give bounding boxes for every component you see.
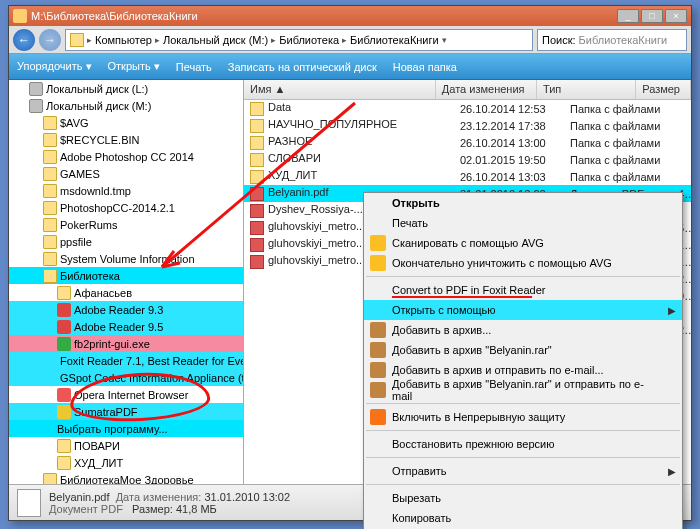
status-filename: Belyanin.pdf	[49, 491, 110, 503]
folder-icon	[57, 286, 71, 300]
shield-icon	[370, 409, 386, 425]
menu-item[interactable]: Сканировать с помощью AVG	[364, 233, 682, 253]
tree-item[interactable]: Библиотека	[9, 267, 243, 284]
back-button[interactable]: ←	[13, 29, 35, 51]
tree-item[interactable]: SumatraPDF	[9, 403, 243, 420]
tree-item[interactable]: $RECYCLE.BIN	[9, 131, 243, 148]
tree-item[interactable]: Локальный диск (L:)	[9, 80, 243, 97]
nav-tree[interactable]: Локальный диск (L:)Локальный диск (M:)$A…	[9, 80, 244, 484]
file-name: Belyanin.pdf	[268, 186, 329, 198]
file-date: 26.10.2014 13:03	[454, 171, 564, 183]
pdf-icon	[250, 187, 264, 201]
avg-icon	[370, 235, 386, 251]
address-bar: ← → ▸ Компьютер ▸ Локальный диск (M:) ▸ …	[9, 26, 691, 54]
file-date: 23.12.2014 17:38	[454, 120, 564, 132]
folder-icon	[250, 153, 264, 167]
avg-icon	[370, 255, 386, 271]
tree-item[interactable]: БиблиотекаМое Здоровье	[9, 471, 243, 484]
tree-item-label: fb2print-gui.exe	[74, 338, 150, 350]
file-row[interactable]: РАЗНОЕ26.10.2014 13:00Папка с файлами	[244, 134, 691, 151]
tree-item[interactable]: ХУД_ЛИТ	[9, 454, 243, 471]
menu-item[interactable]: Печать	[364, 213, 682, 233]
titlebar[interactable]: M:\Библиотека\БиблиотекаКниги _ □ ×	[9, 6, 691, 26]
menu-item[interactable]: Окончательно уничтожить с помощью AVG	[364, 253, 682, 273]
menu-item-label: Открыть с помощью	[392, 304, 496, 316]
file-row[interactable]: Data26.10.2014 12:53Папка с файлами	[244, 100, 691, 117]
tree-item[interactable]: GSpot Codec Information Appliance (tm)	[9, 369, 243, 386]
breadcrumb-item[interactable]: Локальный диск (M:)	[163, 34, 268, 46]
col-name[interactable]: Имя ▲	[244, 80, 436, 99]
new-folder-button[interactable]: Новая папка	[393, 61, 457, 73]
maximize-button[interactable]: □	[641, 9, 663, 23]
breadcrumb-item[interactable]: Компьютер	[95, 34, 152, 46]
tree-item[interactable]: GAMES	[9, 165, 243, 182]
menu-item[interactable]: Восстановить прежнюю версию	[364, 434, 682, 454]
menu-item[interactable]: Открыть	[364, 193, 682, 213]
context-menu[interactable]: ОткрытьПечатьСканировать с помощью AVGОк…	[363, 192, 683, 529]
app-icon	[57, 405, 71, 419]
close-button[interactable]: ×	[665, 9, 687, 23]
col-size[interactable]: Размер	[636, 80, 691, 99]
search-input[interactable]: Поиск: БиблиотекаКниги	[537, 29, 687, 51]
chevron-down-icon[interactable]: ▾	[442, 35, 447, 45]
menu-item-label: Сканировать с помощью AVG	[392, 237, 544, 249]
tree-item-label: Афанасьев	[74, 287, 132, 299]
tree-item[interactable]: Выбрать программу...	[9, 420, 243, 437]
menu-item[interactable]: Добавить в архив "Belyanin.rar" и отправ…	[364, 380, 682, 400]
print-button[interactable]: Печать	[176, 61, 212, 73]
file-type: Папка с файлами	[564, 103, 672, 115]
tree-item[interactable]: ppsfile	[9, 233, 243, 250]
tree-item[interactable]: Adobe Photoshop CC 2014	[9, 148, 243, 165]
minimize-button[interactable]: _	[617, 9, 639, 23]
menu-item[interactable]: Вырезать	[364, 488, 682, 508]
open-button[interactable]: Открыть ▾	[108, 60, 160, 73]
forward-button[interactable]: →	[39, 29, 61, 51]
menu-item-label: Включить в Непрерывную защиту	[392, 411, 565, 423]
tree-item-label: $AVG	[60, 117, 89, 129]
tree-item[interactable]: Foxit Reader 7.1, Best Reader for Everyd…	[9, 352, 243, 369]
tree-item[interactable]: PhotoshopCC-2014.2.1	[9, 199, 243, 216]
breadcrumb-item[interactable]: Библиотека	[279, 34, 339, 46]
tree-item[interactable]: Adobe Reader 9.5	[9, 318, 243, 335]
tree-item[interactable]: Афанасьев	[9, 284, 243, 301]
tree-item-label: ПОВАРИ	[74, 440, 120, 452]
tree-item[interactable]: ПОВАРИ	[9, 437, 243, 454]
toolbar: Упорядочить ▾ Открыть ▾ Печать Записать …	[9, 54, 691, 80]
breadcrumb-item[interactable]: БиблиотекаКниги	[350, 34, 439, 46]
menu-item[interactable]: Отправить▶	[364, 461, 682, 481]
folder-icon	[43, 201, 57, 215]
menu-item[interactable]: Добавить в архив и отправить по e-mail..…	[364, 360, 682, 380]
tree-item[interactable]: Adobe Reader 9.3	[9, 301, 243, 318]
file-type: Папка с файлами	[564, 154, 672, 166]
menu-item[interactable]: Открыть с помощью▶	[364, 300, 682, 320]
file-row[interactable]: СЛОВАРИ02.01.2015 19:50Папка с файлами	[244, 151, 691, 168]
file-row[interactable]: НАУЧНО_ПОПУЛЯРНОЕ23.12.2014 17:38Папка с…	[244, 117, 691, 134]
status-type: Документ PDF	[49, 503, 123, 515]
menu-item[interactable]: Добавить в архив...	[364, 320, 682, 340]
tree-item[interactable]: Локальный диск (M:)	[9, 97, 243, 114]
tree-item-label: Adobe Photoshop CC 2014	[60, 151, 194, 163]
tree-item[interactable]: PokerRums	[9, 216, 243, 233]
menu-item[interactable]: Копировать	[364, 508, 682, 528]
menu-item[interactable]: Convert to PDF in Foxit Reader	[364, 280, 682, 300]
tree-item[interactable]: $AVG	[9, 114, 243, 131]
pdf-icon	[250, 255, 264, 269]
tree-item[interactable]: fb2print-gui.exe	[9, 335, 243, 352]
menu-item[interactable]: Включить в Непрерывную защиту	[364, 407, 682, 427]
folder-icon	[250, 136, 264, 150]
tree-item[interactable]: msdownld.tmp	[9, 182, 243, 199]
file-thumbnail	[17, 489, 41, 517]
menu-separator	[366, 430, 680, 431]
tree-item[interactable]: Opera Internet Browser	[9, 386, 243, 403]
menu-item[interactable]: Добавить в архив "Belyanin.rar"	[364, 340, 682, 360]
breadcrumb[interactable]: ▸ Компьютер ▸ Локальный диск (M:) ▸ Библ…	[65, 29, 533, 51]
col-type[interactable]: Тип	[537, 80, 636, 99]
col-date[interactable]: Дата изменения	[436, 80, 537, 99]
tree-item[interactable]: System Volume Information	[9, 250, 243, 267]
tree-item-label: GSpot Codec Information Appliance (tm)	[60, 372, 244, 384]
burn-button[interactable]: Записать на оптический диск	[228, 61, 377, 73]
pdf-icon	[250, 204, 264, 218]
search-label: Поиск:	[542, 34, 576, 46]
organize-button[interactable]: Упорядочить ▾	[17, 60, 92, 73]
file-row[interactable]: ХУД_ЛИТ26.10.2014 13:03Папка с файлами	[244, 168, 691, 185]
